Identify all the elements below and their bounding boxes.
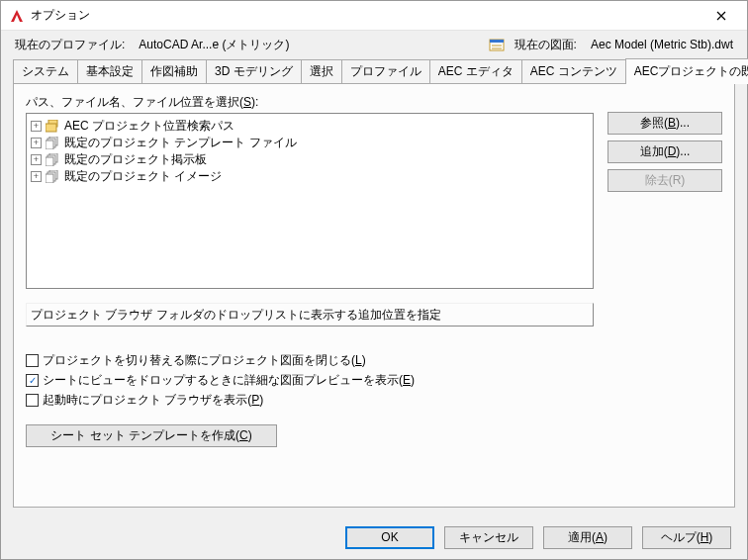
tab-panel: パス、ファイル名、ファイル位置を選択(S): + AEC プロジェクト位置検索パ… <box>13 83 735 508</box>
tab-strip: システム 基本設定 作図補助 3D モデリング 選択 プロファイル AEC エデ… <box>1 58 747 83</box>
ok-button[interactable]: OK <box>345 526 434 549</box>
folders-icon <box>46 120 60 133</box>
tree-item[interactable]: + 既定のプロジェクト掲示板 <box>31 151 589 168</box>
svg-rect-6 <box>46 140 53 149</box>
titlebar: オプション <box>1 1 747 31</box>
create-sheetset-template-button[interactable]: シート セット テンプレートを作成(C) <box>26 424 277 447</box>
tree-item[interactable]: + AEC プロジェクト位置検索パス <box>31 118 589 135</box>
tab-aec-project-defaults[interactable]: AECプロジェクトの既定値 <box>625 58 748 84</box>
tab-drafting[interactable]: 作図補助 <box>141 59 207 83</box>
cancel-button[interactable]: キャンセル <box>444 526 533 549</box>
tab-selection[interactable]: 選択 <box>301 59 342 83</box>
expand-icon[interactable]: + <box>31 121 42 132</box>
tree-item[interactable]: + 既定のプロジェクト テンプレート ファイル <box>31 135 589 151</box>
close-button[interactable] <box>700 2 743 30</box>
options-checks: プロジェクトを切り替える際にプロジェクト図面を閉じる(L) ✓ シートにビューを… <box>26 352 594 409</box>
expand-icon[interactable]: + <box>31 154 42 165</box>
dialog-buttons: OK キャンセル 適用(A) ヘルプ(H) <box>1 515 747 559</box>
svg-rect-12 <box>46 174 53 183</box>
chk-close-drawings[interactable]: プロジェクトを切り替える際にプロジェクト図面を閉じる(L) <box>26 352 594 369</box>
svg-rect-3 <box>46 124 56 132</box>
drawing-label: 現在の図面: <box>514 37 577 53</box>
stack-icon <box>46 137 60 149</box>
svg-rect-9 <box>46 157 53 166</box>
paths-tree[interactable]: + AEC プロジェクト位置検索パス + 既定のプロジェクト テンプレート ファ… <box>26 113 594 289</box>
expand-icon[interactable]: + <box>31 138 42 148</box>
stack-icon <box>46 153 60 166</box>
expand-icon[interactable]: + <box>31 171 42 182</box>
close-icon <box>716 11 726 21</box>
tab-system[interactable]: システム <box>13 59 78 83</box>
drawing-icon <box>489 37 505 52</box>
window-title: オプション <box>31 7 700 24</box>
tab-aec-content[interactable]: AEC コンテンツ <box>521 59 626 83</box>
profile-value: AutoCAD Ar...e (メトリック) <box>139 37 289 53</box>
chk-show-browser-startup[interactable]: 起動時にプロジェクト ブラウザを表示(P) <box>26 392 594 409</box>
profile-label: 現在のプロファイル: <box>15 37 125 53</box>
checkbox-icon <box>26 394 39 407</box>
tree-item[interactable]: + 既定のプロジェクト イメージ <box>31 168 589 185</box>
checkbox-icon: ✓ <box>26 374 39 387</box>
tab-profile[interactable]: プロファイル <box>341 59 430 83</box>
stack-icon <box>46 170 60 183</box>
path-description: プロジェクト ブラウザ フォルダのドロップリストに表示する追加位置を指定 <box>26 303 594 327</box>
add-button[interactable]: 追加(D)... <box>608 140 722 163</box>
paths-group-label: パス、ファイル名、ファイル位置を選択(S): <box>26 94 594 111</box>
tab-aec-editor[interactable]: AEC エディタ <box>429 59 522 83</box>
remove-button: 除去(R) <box>608 169 722 192</box>
apply-button[interactable]: 適用(A) <box>543 526 632 549</box>
tab-3dmodeling[interactable]: 3D モデリング <box>206 59 302 83</box>
app-icon <box>9 8 25 24</box>
browse-button[interactable]: 参照(B)... <box>608 112 722 135</box>
drawing-value: Aec Model (Metric Stb).dwt <box>591 38 733 51</box>
tab-basic[interactable]: 基本設定 <box>77 59 142 83</box>
profile-bar: 現在のプロファイル: AutoCAD Ar...e (メトリック) 現在の図面:… <box>1 31 747 58</box>
svg-rect-1 <box>490 40 504 43</box>
checkbox-icon <box>26 354 39 367</box>
help-button[interactable]: ヘルプ(H) <box>642 526 731 549</box>
chk-show-preview[interactable]: ✓ シートにビューをドロップするときに詳細な図面プレビューを表示(E) <box>26 372 594 389</box>
